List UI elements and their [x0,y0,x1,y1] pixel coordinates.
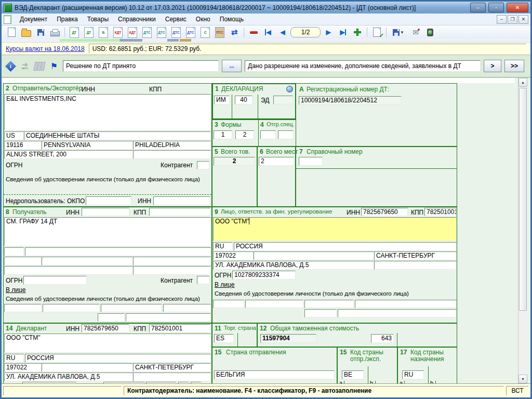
receiver-identity-2-field[interactable] [43,304,100,312]
doc-b-button[interactable]: Б [97,26,110,38]
declarant-country-field[interactable]: РОССИЯ [25,354,211,363]
total-goods-field[interactable]: 2 [214,157,255,166]
declarant-city-field[interactable]: САНКТ-ПЕТЕРБУРГ [133,363,211,372]
fin-city-field[interactable]: САНКТ-ПЕТЕРБУРГ [374,251,457,260]
declaration-procedure-field[interactable]: 40 [235,96,252,104]
receiver-city-field[interactable] [133,257,211,265]
new-document-button[interactable] [5,26,18,38]
fin-identity-1-field[interactable] [213,300,244,308]
nedro-inn-field[interactable] [153,196,210,205]
receiver-country-code-field[interactable] [4,247,24,256]
receiver-identity-6-field[interactable] [126,313,211,322]
shipping-spec-2-field[interactable] [278,130,294,139]
menu-document[interactable]: Документ [16,15,51,24]
auto-button[interactable]: ➜авто [19,62,31,70]
mdi-minimize-button[interactable]: – [497,15,507,24]
declarant-postal-field[interactable]: 197022 [4,363,42,372]
doc-kdt-list-button[interactable]: КДТ [126,26,139,38]
save-menu-button[interactable]: ▼ [389,26,408,38]
fin-country-field[interactable]: РОССИЯ [234,242,457,251]
fin-identity-5-field[interactable] [304,309,337,317]
receiver-identity-3-field[interactable] [101,304,162,312]
fin-inn-field[interactable]: 7825679650 [361,208,408,216]
sender-street2-field[interactable] [133,150,211,159]
declarant-country-code-field[interactable]: RU [4,354,24,363]
receiver-identity-1-field[interactable] [4,304,42,312]
print-button[interactable] [48,26,62,38]
sender-name-field[interactable]: E&L INVESTMENTS,INC [4,94,211,130]
fin-identity-3-field[interactable] [304,300,354,308]
fin-kpp-field[interactable]: 782501001 [424,208,457,216]
permission-field[interactable]: Дано разрешение на изменение, дополнение… [245,60,481,72]
nedro-okpo-field[interactable] [86,196,131,205]
departure-country-field[interactable]: БЕЛЬГИЯ [214,370,335,379]
receiver-inn-field[interactable] [82,208,129,216]
destination-code-field[interactable]: RU [402,370,424,379]
fin-country-code-field[interactable]: RU [213,242,233,251]
declarant-name-field[interactable]: ООО "СТМ" [4,334,211,353]
fin-identity-2-field[interactable] [245,300,303,308]
doc-dts2-list-button[interactable]: ДТС [184,26,197,38]
trading-country-field[interactable]: ES [214,334,234,343]
declarant-street2-field[interactable] [133,373,211,381]
forms-1-field[interactable]: 1 [214,130,232,139]
sender-postal-field[interactable]: 19116 [4,141,42,150]
receiver-street-field[interactable] [4,266,133,275]
doc-dts-list-button[interactable]: ДТС [155,26,168,38]
declaration-direction-field[interactable]: ИМ [214,96,230,104]
receiver-name-field[interactable]: СМ. ГРАФУ 14 ДТ [4,217,211,246]
menu-help[interactable]: Помощь [216,15,248,24]
nav-next-button[interactable]: ▶ [322,26,335,38]
menu-service[interactable]: Сервис [161,15,191,24]
declarant-kpp-field[interactable]: 782501001 [149,324,210,332]
mdi-restore-button[interactable]: ❐ [508,15,517,24]
sender-street-field[interactable]: ALNUS STREET, 200 [4,150,133,159]
sender-city-field[interactable]: PHILADELPHIA [133,141,211,150]
sheets-button[interactable] [34,62,45,71]
fin-identity-4-field[interactable] [355,300,457,308]
sender-region-field[interactable]: PENNSYLVANIA [42,141,133,150]
v-lice-link[interactable]: В лице [6,286,25,294]
verify-button[interactable]: ✓ [370,26,383,38]
more-decision-button[interactable]: >> [504,60,524,72]
close-button[interactable]: ✕ [507,3,528,12]
doc-dt-button[interactable]: ДТ [68,26,81,38]
forms-2-field[interactable]: 2 [235,130,254,139]
receiver-postal-field[interactable] [4,257,42,265]
sender-country-field[interactable]: СОЕДИНЕННЫЕ ШТАТЫ [24,131,211,140]
declarant-ueo-2-field[interactable] [146,382,176,383]
doc-excel-button[interactable]: С [198,26,212,38]
decision-status-field[interactable]: Решение по ДТ принято [63,60,219,72]
fin-name-field[interactable]: ООО "СТМ" [213,217,457,241]
minimize-button[interactable]: – [470,3,486,12]
customs-value-field[interactable]: 11597904 [260,334,316,343]
fin-region-field[interactable] [254,251,374,260]
doc-dts2-button[interactable]: ДТС [169,26,183,38]
declarant-ueo-4-field[interactable] [191,382,201,383]
nav-last-button[interactable]: ▶ [336,26,350,38]
declarant-inn-field[interactable]: 7825679650 [82,324,129,332]
declaration-ed-field[interactable] [273,96,293,104]
doc-kdt-button[interactable]: КДТ [111,26,125,38]
scroll-up-icon[interactable]: ▲ [518,78,527,87]
save-button[interactable] [34,26,47,38]
fin-street-field[interactable]: УЛ. АКАДЕМИКА ПАВЛОВА, Д.5 [213,261,374,270]
fin-postal-field[interactable]: 197022 [213,251,254,260]
doc-dts-button[interactable]: ДТС [140,26,154,38]
info-button[interactable]: i [5,62,16,70]
send-mail-button[interactable]: ✉▼ [409,26,422,38]
currency-code-field[interactable]: 643 [371,334,394,343]
add-button[interactable] [351,26,364,38]
page-counter[interactable]: 1/2 [290,27,321,37]
menu-goods[interactable]: Товары [83,15,113,24]
open-button[interactable] [19,26,33,38]
receiver-region-field[interactable] [42,257,133,265]
receiver-ogrn-field[interactable] [23,276,87,285]
receiver-kpp-field[interactable] [149,208,210,216]
flag-button[interactable]: ⚑ [48,61,60,71]
declarant-ueo-3-field[interactable] [178,382,189,383]
receiver-identity-4-field[interactable] [163,304,211,312]
receiver-kontragent-field[interactable] [197,276,209,284]
currency-rates-link[interactable]: Курсы валют на 18.06.2018 [6,45,85,52]
receiver-street2-field[interactable] [133,266,211,275]
